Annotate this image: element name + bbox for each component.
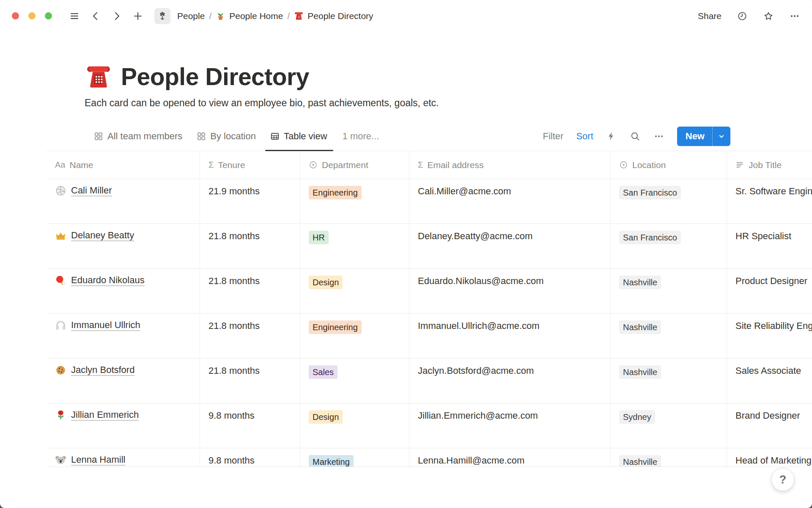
name-cell[interactable]: Lenna Hamill xyxy=(47,448,200,467)
new-dropdown-chevron-icon[interactable] xyxy=(713,127,730,146)
workspace-tile[interactable] xyxy=(154,8,170,24)
minimize-window-button[interactable] xyxy=(28,12,36,19)
department-tag[interactable]: Marketing xyxy=(309,455,354,467)
email-cell[interactable]: Delaney.Beatty@acme.com xyxy=(409,224,611,268)
tab-by-location[interactable]: By location xyxy=(197,121,256,151)
column-header-name[interactable]: Aa Name xyxy=(47,151,200,179)
more-views-link[interactable]: 1 more... xyxy=(343,131,379,142)
department-cell[interactable]: Marketing xyxy=(300,448,409,467)
department-tag[interactable]: HR xyxy=(309,231,329,244)
automations-lightning-icon[interactable] xyxy=(606,131,617,142)
column-header-job-title[interactable]: Job Title xyxy=(727,151,812,179)
red-telephone-icon[interactable] xyxy=(85,63,112,91)
email-cell[interactable]: Cali.Miller@acme.com xyxy=(409,179,611,224)
new-tab-icon[interactable] xyxy=(132,11,143,22)
tenure-cell[interactable]: 21.8 months xyxy=(200,269,300,313)
department-tag[interactable]: Engineering xyxy=(309,186,362,199)
department-cell[interactable]: Design xyxy=(300,269,409,313)
department-cell[interactable]: Engineering xyxy=(300,314,409,358)
breadcrumb-item-people-home[interactable]: People Home xyxy=(213,9,285,23)
department-tag[interactable]: Design xyxy=(309,276,343,289)
tab-table-view[interactable]: Table view xyxy=(270,121,327,151)
department-cell[interactable]: Sales xyxy=(300,359,409,403)
more-options-icon[interactable] xyxy=(789,11,800,22)
share-button[interactable]: Share xyxy=(698,11,721,21)
column-header-location[interactable]: Location xyxy=(611,151,727,179)
location-cell[interactable]: Sydney xyxy=(611,403,727,448)
breadcrumb-item-people[interactable]: People xyxy=(175,9,207,23)
email-cell[interactable]: Immanuel.Ullrich@acme.com xyxy=(409,314,611,358)
department-cell[interactable]: Design xyxy=(300,403,409,448)
location-tag[interactable]: Nashville xyxy=(619,365,661,379)
tenure-cell[interactable]: 21.8 months xyxy=(200,314,300,358)
location-tag[interactable]: Nashville xyxy=(619,276,661,289)
tab-all-team-members[interactable]: All team members xyxy=(94,121,182,151)
email-cell[interactable]: Eduardo.Nikolaus@acme.com xyxy=(409,269,611,313)
department-tag[interactable]: Engineering xyxy=(309,320,362,334)
location-tag[interactable]: San Francisco xyxy=(619,231,681,244)
email-cell[interactable]: Jillian.Emmerich@acme.com xyxy=(409,403,611,448)
new-button[interactable]: New xyxy=(677,127,730,146)
location-tag[interactable]: Nashville xyxy=(619,320,661,334)
forward-icon[interactable] xyxy=(111,11,122,22)
history-clock-icon[interactable] xyxy=(737,11,748,22)
email-cell[interactable]: Jaclyn.Botsford@acme.com xyxy=(409,359,611,403)
email-cell[interactable]: Lenna.Hamill@acme.com xyxy=(409,448,611,467)
person-page-link[interactable]: Jaclyn Botsford xyxy=(71,364,134,375)
tenure-cell[interactable]: 21.8 months xyxy=(200,359,300,403)
column-header-tenure[interactable]: Σ Tenure xyxy=(200,151,300,179)
department-cell[interactable]: HR xyxy=(300,224,409,268)
name-cell[interactable]: Eduardo Nikolaus xyxy=(47,269,200,313)
filter-button[interactable]: Filter xyxy=(543,131,564,142)
tenure-cell[interactable]: 21.9 months xyxy=(200,179,300,224)
name-cell[interactable]: Cali Miller xyxy=(47,179,200,224)
table-row[interactable]: Jillian Emmerich9.8 monthsDesignJillian.… xyxy=(47,403,812,448)
job-title-cell[interactable]: Head of Marketing xyxy=(727,448,812,467)
tenure-cell[interactable]: 21.8 months xyxy=(200,224,300,268)
person-page-link[interactable]: Delaney Beatty xyxy=(71,230,134,241)
table-row[interactable]: Jaclyn Botsford21.8 monthsSalesJaclyn.Bo… xyxy=(47,359,812,403)
table-row[interactable]: Immanuel Ullrich21.8 monthsEngineeringIm… xyxy=(47,314,812,359)
department-tag[interactable]: Sales xyxy=(309,365,337,379)
department-cell[interactable]: Engineering xyxy=(300,179,409,224)
job-title-cell[interactable]: Brand Designer xyxy=(727,403,812,448)
close-window-button[interactable] xyxy=(12,12,19,19)
job-title-cell[interactable]: HR Specialist xyxy=(727,224,812,268)
person-page-link[interactable]: Immanuel Ullrich xyxy=(71,320,140,331)
location-cell[interactable]: Nashville xyxy=(611,314,727,358)
back-icon[interactable] xyxy=(90,11,101,22)
person-page-link[interactable]: Eduardo Nikolaus xyxy=(71,275,145,286)
tenure-cell[interactable]: 9.8 months xyxy=(200,448,300,467)
help-button[interactable]: ? xyxy=(771,468,794,491)
department-tag[interactable]: Design xyxy=(309,410,343,424)
location-cell[interactable]: Nashville xyxy=(611,269,727,313)
table-row[interactable]: Delaney Beatty21.8 monthsHRDelaney.Beatt… xyxy=(47,224,812,269)
table-row[interactable]: Cali Miller21.9 monthsEngineeringCali.Mi… xyxy=(47,179,812,224)
column-header-department[interactable]: Department xyxy=(300,151,409,179)
location-cell[interactable]: San Francisco xyxy=(611,179,727,224)
sidebar-menu-icon[interactable] xyxy=(69,11,80,22)
job-title-cell[interactable]: Sr. Software Engineer xyxy=(727,179,812,224)
name-cell[interactable]: Delaney Beatty xyxy=(47,224,200,268)
search-icon[interactable] xyxy=(630,131,641,142)
person-page-link[interactable]: Cali Miller xyxy=(71,185,112,196)
location-cell[interactable]: San Francisco xyxy=(611,224,727,268)
location-tag[interactable]: Sydney xyxy=(619,410,655,424)
tenure-cell[interactable]: 9.8 months xyxy=(200,403,300,448)
favorite-star-icon[interactable] xyxy=(763,11,774,22)
name-cell[interactable]: Jaclyn Botsford xyxy=(47,359,200,403)
location-cell[interactable]: Nashville xyxy=(611,448,727,467)
location-tag[interactable]: San Francisco xyxy=(619,186,681,199)
location-tag[interactable]: Nashville xyxy=(619,455,661,467)
sort-button[interactable]: Sort xyxy=(576,131,593,142)
job-title-cell[interactable]: Sales Associate xyxy=(727,359,812,403)
zoom-window-button[interactable] xyxy=(45,12,52,19)
job-title-cell[interactable]: Site Reliability Engineer xyxy=(727,314,812,358)
person-page-link[interactable]: Lenna Hamill xyxy=(71,454,125,465)
person-page-link[interactable]: Jillian Emmerich xyxy=(71,409,139,420)
column-header-email[interactable]: Σ Email address xyxy=(409,151,611,179)
job-title-cell[interactable]: Product Designer xyxy=(727,269,812,313)
view-options-icon[interactable] xyxy=(653,131,664,142)
location-cell[interactable]: Nashville xyxy=(611,359,727,403)
name-cell[interactable]: Immanuel Ullrich xyxy=(47,314,200,358)
